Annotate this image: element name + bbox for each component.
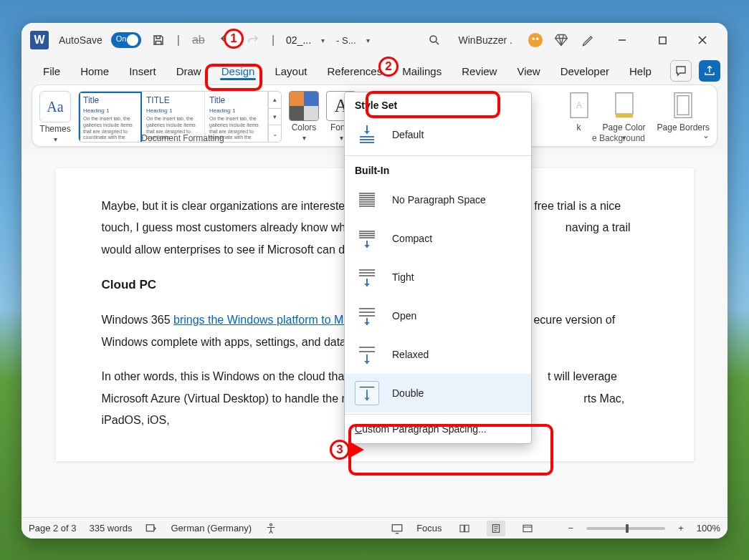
tab-developer[interactable]: Developer xyxy=(552,61,618,82)
comments-icon[interactable] xyxy=(670,60,692,82)
spacing-open-icon xyxy=(355,304,379,328)
toggle-knob xyxy=(127,34,138,46)
zoom-out-button[interactable]: − xyxy=(568,523,574,534)
separator: | xyxy=(270,34,276,47)
page-borders-button[interactable]: Page Borders xyxy=(657,91,710,132)
tab-help[interactable]: Help xyxy=(621,61,660,82)
close-button[interactable] xyxy=(686,26,719,54)
undo-icon[interactable] xyxy=(216,30,236,50)
svg-point-12 xyxy=(270,523,272,526)
autosave-label: AutoSave xyxy=(59,34,102,46)
word-count[interactable]: 335 words xyxy=(90,523,133,534)
search-icon[interactable] xyxy=(424,30,444,50)
spellcheck-icon[interactable] xyxy=(145,522,158,535)
page-color-icon xyxy=(612,91,636,120)
chevron-down-icon: ▾ xyxy=(302,134,306,142)
svg-rect-13 xyxy=(392,524,402,531)
menu-section-styleset: Style Set xyxy=(345,92,531,115)
menu-item-double[interactable]: Double xyxy=(345,374,531,412)
tab-insert[interactable]: Insert xyxy=(120,61,165,82)
chevron-down-icon: ▾ xyxy=(340,134,343,142)
tab-draw[interactable]: Draw xyxy=(168,61,210,82)
tab-view[interactable]: View xyxy=(508,61,548,82)
menu-item-custom-spacing[interactable]: Custom Paragraph Spacing... xyxy=(345,416,531,442)
chevron-up-icon[interactable]: ▴ xyxy=(269,92,281,109)
group-label-doc-formatting: Document Formatting xyxy=(68,133,297,143)
tab-mailings[interactable]: Mailings xyxy=(393,61,450,82)
menu-item-default[interactable]: Default xyxy=(345,115,531,154)
account-name[interactable]: WinBuzzer . xyxy=(459,34,512,46)
zoom-percent[interactable]: 100% xyxy=(697,523,720,534)
spacing-compact-icon xyxy=(355,226,379,251)
menu-item-open[interactable]: Open xyxy=(345,296,531,335)
themes-icon: Aa xyxy=(39,91,71,122)
svg-point-3 xyxy=(536,37,539,40)
chevron-down-icon[interactable]: ▾ xyxy=(321,37,325,44)
chevron-down-icon[interactable]: ▾ xyxy=(366,37,370,44)
spacing-default-icon xyxy=(355,122,379,147)
svg-rect-8 xyxy=(616,114,633,117)
strikethrough-icon[interactable]: ab xyxy=(189,30,209,50)
minimize-button[interactable] xyxy=(606,26,639,54)
save-icon[interactable] xyxy=(148,30,168,50)
colors-icon xyxy=(289,91,319,121)
spacing-relaxed-icon xyxy=(355,342,379,367)
svg-rect-15 xyxy=(523,525,532,531)
account-avatar-icon[interactable] xyxy=(527,32,544,49)
group-label-page-background: e Background xyxy=(592,133,645,143)
tab-review[interactable]: Review xyxy=(453,61,505,82)
menu-section-builtin: Built-In xyxy=(345,158,531,180)
watermark-icon: A xyxy=(567,91,591,120)
maximize-button[interactable] xyxy=(646,26,679,54)
chevron-down-icon[interactable]: ▾ xyxy=(269,109,281,126)
chevron-down-icon: ▾ xyxy=(54,135,57,143)
display-settings-icon[interactable] xyxy=(391,522,404,535)
pen-icon[interactable] xyxy=(578,30,598,50)
share-button[interactable] xyxy=(699,60,720,82)
focus-label[interactable]: Focus xyxy=(416,523,442,534)
read-mode-icon[interactable] xyxy=(455,521,474,536)
autosave-toggle[interactable]: On xyxy=(111,32,141,48)
tab-home[interactable]: Home xyxy=(72,61,118,82)
web-layout-icon[interactable] xyxy=(518,521,537,536)
status-bar: Page 2 of 3 335 words German (Germany) F… xyxy=(22,517,727,539)
svg-rect-7 xyxy=(616,93,633,114)
svg-rect-4 xyxy=(659,37,665,43)
page-indicator[interactable]: Page 2 of 3 xyxy=(29,523,77,534)
spacing-none-icon xyxy=(355,188,379,212)
ribbon-tabs: File Home Insert Draw Design Layout Refe… xyxy=(22,57,727,85)
language-indicator[interactable]: German (Germany) xyxy=(171,523,252,534)
themes-button[interactable]: Aa Themes ▾ xyxy=(39,91,71,143)
collapse-ribbon-icon[interactable]: ⌄ xyxy=(702,130,710,140)
zoom-slider[interactable] xyxy=(586,527,665,530)
redo-icon[interactable] xyxy=(243,30,263,50)
paragraph-spacing-menu: Style Set Default Built-In No Paragraph … xyxy=(344,92,532,444)
saved-state: - S... xyxy=(336,35,356,46)
tab-references[interactable]: References xyxy=(318,61,391,82)
diamond-icon[interactable] xyxy=(551,30,571,50)
word-app-icon: W xyxy=(30,31,49,49)
menu-item-no-space[interactable]: No Paragraph Space xyxy=(345,180,531,219)
tab-layout[interactable]: Layout xyxy=(266,61,315,82)
tab-file[interactable]: File xyxy=(34,61,69,82)
watermark-button[interactable]: A k xyxy=(567,91,591,132)
svg-point-2 xyxy=(532,37,535,40)
tab-design[interactable]: Design xyxy=(213,61,264,82)
menu-item-tight[interactable]: Tight xyxy=(345,258,531,296)
svg-point-1 xyxy=(528,33,543,47)
zoom-in-button[interactable]: + xyxy=(678,523,684,534)
page-borders-icon xyxy=(671,91,695,120)
svg-text:A: A xyxy=(576,100,582,110)
spacing-double-icon xyxy=(355,381,379,405)
title-bar: W AutoSave On | ab | 02_... ▾ - S... ▾ W… xyxy=(22,23,727,57)
document-name[interactable]: 02_... xyxy=(286,34,311,46)
accessibility-icon[interactable] xyxy=(264,522,277,535)
print-layout-icon[interactable] xyxy=(487,521,505,536)
menu-item-relaxed[interactable]: Relaxed xyxy=(345,335,531,374)
spacing-tight-icon xyxy=(355,265,379,289)
svg-rect-11 xyxy=(147,524,155,531)
svg-point-0 xyxy=(430,36,436,42)
separator: | xyxy=(176,34,181,47)
menu-item-compact[interactable]: Compact xyxy=(345,219,531,258)
